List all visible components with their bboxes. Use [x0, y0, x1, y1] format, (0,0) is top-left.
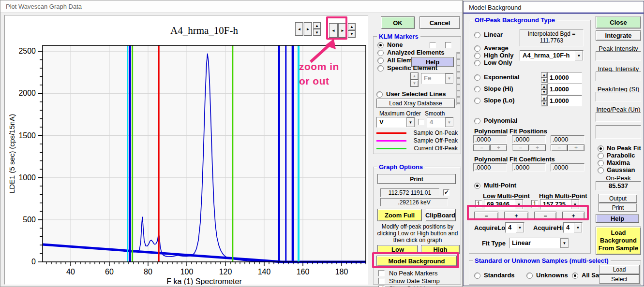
element-up-button[interactable]: ▲: [410, 72, 419, 80]
fit-position-field-2[interactable]: .0000: [512, 135, 546, 144]
chevron-down-icon[interactable]: ▼: [560, 238, 569, 248]
load-samples-button[interactable]: Load: [599, 265, 640, 274]
pan-left-button-1[interactable]: ◄: [295, 22, 303, 36]
all-samples-radio[interactable]: [572, 273, 578, 279]
linear-radio[interactable]: [474, 32, 480, 38]
show-grid-lines-label: Show Grid Lines: [389, 285, 435, 287]
slope-lo-value-field[interactable]: 1.0000: [547, 95, 582, 106]
no-peak-fit-radio[interactable]: [598, 145, 604, 152]
gaussian-radio[interactable]: [598, 167, 604, 173]
scale-up-button-1[interactable]: ▲: [313, 22, 321, 29]
ok-button[interactable]: OK: [381, 16, 415, 29]
parabolic-radio[interactable]: [598, 153, 604, 159]
chevron-down-icon[interactable]: ▼: [575, 51, 583, 60]
fit-coef-field-1[interactable]: .0000: [473, 163, 507, 172]
klm-all-elements-radio[interactable]: [377, 57, 384, 64]
fit-pos-2-plus-button[interactable]: +: [529, 144, 546, 151]
klm-analyzed-radio[interactable]: [377, 50, 384, 56]
slope-hi-up-button[interactable]: ▲: [541, 84, 547, 89]
unknowns-label: Unknowns: [536, 272, 568, 279]
slope-hi-value-field[interactable]: 1.0000: [547, 84, 582, 95]
fit-coef-field-3[interactable]: .0000: [551, 163, 584, 172]
polynomial-radio[interactable]: [474, 118, 480, 124]
load-background-from-sample-button[interactable]: Load Background From Sample: [596, 227, 641, 255]
zoom-note-line2: or out: [299, 75, 329, 87]
kev-field[interactable]: .292126 keV: [380, 198, 448, 206]
show-date-stamp-checkbox[interactable]: [378, 278, 385, 284]
standards-radio[interactable]: [474, 273, 480, 279]
slope-lo-up-button[interactable]: ▲: [541, 96, 547, 101]
average-radio[interactable]: [474, 45, 480, 52]
smooth-select[interactable]: 4 ▼: [427, 117, 454, 128]
close-button[interactable]: Close: [596, 16, 641, 29]
fit-position-field-1[interactable]: .0000: [473, 135, 507, 144]
chevron-down-icon[interactable]: ▼: [406, 117, 415, 127]
down-arrow-icon: ▼: [315, 30, 319, 35]
klm-user-selected-radio[interactable]: [376, 91, 383, 98]
fit-pos-3-minus-button[interactable]: −: [551, 144, 568, 151]
print-output-button[interactable]: Print: [599, 203, 637, 212]
position-checkbox[interactable]: [443, 189, 449, 196]
slope-lo-radio[interactable]: [474, 98, 480, 104]
multi-point-radio[interactable]: [474, 183, 480, 189]
load-xray-database-button[interactable]: Load Xray Database: [376, 99, 455, 108]
exponential-radio[interactable]: [474, 74, 480, 81]
fit-pos-1-plus-button[interactable]: +: [490, 144, 507, 151]
chevron-down-icon[interactable]: ▼: [445, 73, 453, 84]
clipboard-button[interactable]: ClipBoard: [425, 209, 456, 221]
high-only-radio[interactable]: [474, 53, 480, 59]
cancel-button[interactable]: Cancel: [419, 16, 460, 29]
zoom-down-button[interactable]: ▼: [348, 30, 356, 38]
klm-specific-radio[interactable]: [377, 65, 384, 72]
element-down-button[interactable]: ▼: [410, 80, 419, 87]
zoom-full-button[interactable]: Zoom Full: [377, 209, 422, 221]
cursor-position-field[interactable]: 112.572 1191.01: [380, 188, 439, 197]
integrate-button[interactable]: Integrate: [596, 30, 641, 41]
fit-coef-field-2[interactable]: .0000: [512, 163, 546, 172]
print-button[interactable]: Print: [377, 174, 456, 184]
slope-hi-down-button[interactable]: ▼: [541, 89, 547, 95]
dialog-help-button[interactable]: Help: [596, 214, 639, 223]
element-select[interactable]: Fe ▼: [421, 73, 454, 84]
output-button[interactable]: Output: [599, 194, 637, 203]
fit-type-value: Linear: [509, 238, 560, 248]
up-arrow-icon: ▲: [413, 74, 417, 78]
klm-checkbox-2[interactable]: [445, 42, 451, 48]
slope-lo-down-button[interactable]: ▼: [541, 101, 547, 106]
acquire-lo-select[interactable]: 4 ▼: [505, 222, 524, 233]
down-arrow-icon: ▼: [542, 90, 546, 94]
unknowns-radio[interactable]: [526, 273, 533, 279]
fit-pos-3-plus-button[interactable]: +: [568, 144, 584, 151]
zoom-up-button[interactable]: ▲: [348, 23, 356, 30]
low-only-radio[interactable]: [474, 60, 480, 66]
fit-pos-1-minus-button[interactable]: −: [473, 144, 490, 151]
maxima-radio[interactable]: [598, 160, 604, 166]
down-arrow-icon: ▼: [413, 81, 417, 86]
chevron-down-icon[interactable]: ▼: [574, 223, 582, 232]
fit-pos-2-minus-button[interactable]: −: [512, 144, 529, 151]
maximum-order-label: Maximum Order: [379, 110, 421, 117]
no-peak-markers-checkbox[interactable]: [378, 270, 385, 276]
klm-none-radio[interactable]: [377, 42, 384, 48]
svg-text:1000: 1000: [18, 173, 36, 182]
fit-position-field-3[interactable]: .0000: [551, 135, 584, 144]
pan-right-button-1[interactable]: ►: [304, 22, 312, 36]
scale-down-button-1[interactable]: ▼: [313, 29, 321, 36]
select-samples-button[interactable]: Select: [599, 274, 640, 284]
model-background-dialog: Model Background Off-Peak Background Typ…: [463, 1, 644, 286]
acquire-hi-select[interactable]: 4 ▼: [563, 222, 583, 233]
smooth-checkbox[interactable]: [418, 119, 424, 125]
fit-type-select[interactable]: Linear ▼: [509, 238, 569, 248]
exp-up-button[interactable]: ▲: [541, 72, 547, 78]
samples-group: Standard or Unknown Samples (multi-selec…: [469, 260, 641, 285]
chevron-down-icon[interactable]: ▼: [516, 223, 524, 232]
maximum-order-select[interactable]: V ▼: [376, 117, 415, 128]
slope-lo-label: Slope (Lo): [484, 97, 515, 104]
exp-down-button[interactable]: ▼: [541, 78, 547, 83]
chevron-down-icon[interactable]: ▼: [445, 117, 453, 127]
slope-hi-radio[interactable]: [474, 86, 480, 92]
integ-intensity-field: [596, 72, 641, 81]
sample-select[interactable]: A4_hrma_10F-h ▼: [520, 50, 584, 61]
exp-value-field[interactable]: 1.0000: [547, 72, 582, 83]
klm-checkbox-1[interactable]: [430, 42, 436, 48]
